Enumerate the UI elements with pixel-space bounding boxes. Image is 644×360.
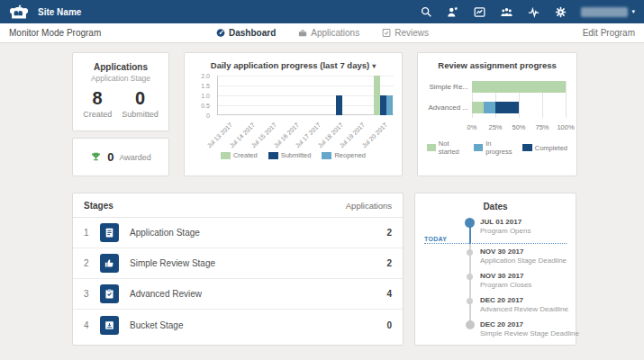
chevron-down-icon: ▾ [631, 8, 635, 15]
y-tick-label: 1.5 [201, 83, 210, 89]
stage-row-advanced-review[interactable]: 3 Advanced Review 4 [73, 279, 403, 310]
site-logo[interactable] [9, 4, 29, 20]
event-label: Program Opens [480, 227, 567, 236]
timeline-event: DEC 20 2017 Simple Review Stage Deadline [424, 320, 567, 345]
review-bar-track [472, 102, 566, 113]
segment-not-started [472, 81, 566, 93]
legend-item-created: Created [221, 151, 258, 159]
x-tick-label: 50% [512, 123, 525, 131]
dates-title: Dates [424, 202, 567, 212]
tabs: Dashboard Applications Reviews [215, 28, 429, 38]
legend-item-completed: Completed [522, 144, 567, 152]
legend-label: Submitted [281, 151, 312, 159]
stage-count: 2 [386, 258, 392, 268]
event-date: JUL 01 2017 [480, 218, 567, 227]
team-icon[interactable] [500, 5, 513, 19]
stages-title: Stages [84, 201, 113, 211]
category-column [373, 76, 395, 115]
tab-dashboard[interactable]: Dashboard [215, 28, 276, 38]
review-row: Simple Re... [427, 81, 567, 93]
legend-swatch [427, 144, 436, 151]
event-label: Application Stage Deadline [480, 256, 567, 266]
review-row: Advanced ... [427, 102, 567, 113]
event-label: Simple Review Stage Deadline [480, 329, 567, 338]
edit-program-link[interactable]: Edit Program [583, 28, 635, 38]
document-icon [100, 223, 119, 242]
top-navbar: Site Name [0, 0, 644, 23]
stage-row-simple-review[interactable]: 2 Simple Review Stage 2 [73, 248, 403, 279]
timeline-event: NOV 30 2017 Program Closes [424, 272, 567, 296]
event-label: Advanced Review Deadline [480, 305, 567, 314]
tab-reviews[interactable]: Reviews [381, 28, 429, 38]
legend-swatch [268, 152, 278, 159]
stat-label: Submitted [122, 110, 159, 119]
daily-xlabels: Jul 13 2017Jul 14 2017Jul 15 2017Jul 16 … [218, 119, 395, 149]
event-label: Program Closes [480, 281, 567, 290]
thumbs-up-icon [100, 254, 119, 273]
daily-ylabels: 00.51.01.52.0 [192, 76, 214, 115]
bar-submitted [380, 95, 386, 115]
timeline-event: DEC 20 2017 Advanced Review Deadline [424, 296, 567, 320]
dates-timeline: JUL 01 2017 Program Opens TODAY NOV 30 2… [424, 218, 567, 342]
x-tick-label: 25% [488, 123, 502, 131]
card-title: Applications [73, 62, 168, 72]
daily-chart-title-dropdown[interactable]: Daily application progress (last 7 days)… [192, 60, 395, 70]
applications-summary-card: Applications Application Stage 8 Created… [72, 52, 169, 131]
x-tick-label: 100% [557, 123, 574, 131]
search-icon[interactable] [419, 5, 432, 19]
user-menu[interactable]: ▾ [581, 7, 635, 17]
stages-card: Stages Applications 1 Application Stage … [72, 193, 404, 346]
legend-label: Reopened [334, 151, 366, 159]
legend-label: Completed [535, 144, 567, 152]
reviewer-icon[interactable] [446, 5, 459, 19]
legend-item-submitted: Submitted [268, 151, 312, 159]
event-date: NOV 30 2017 [480, 248, 567, 256]
category-column [350, 76, 373, 115]
stage-count: 4 [386, 289, 392, 299]
dashboard-content: Applications Application Stage 8 Created… [0, 43, 644, 346]
applications-column-header: Applications [346, 201, 392, 211]
stage-label: Advanced Review [130, 289, 202, 299]
segment-completed [495, 102, 519, 113]
legend-label: Created [233, 151, 258, 159]
card-subtitle: Application Stage [73, 74, 168, 83]
event-date: NOV 30 2017 [480, 272, 567, 281]
x-tick-label: 75% [535, 123, 549, 131]
legend-swatch [322, 152, 331, 159]
category-column [306, 76, 329, 115]
awarded-value: 0 [107, 150, 113, 164]
category-column [285, 76, 307, 115]
timeline-dot-upcoming [467, 249, 473, 256]
stage-row-application-stage[interactable]: 1 Application Stage 2 [73, 218, 403, 248]
segment-not-started [472, 102, 484, 113]
activity-icon[interactable] [527, 5, 540, 19]
review-chart: Simple Re...Advanced ... 0%25%50%75%100% [427, 81, 567, 133]
review-xlabels: 0%25%50%75%100% [472, 122, 566, 133]
trophy-icon [90, 151, 102, 163]
stages-header: Stages Applications [73, 194, 403, 218]
user-name-redacted [581, 7, 628, 17]
timeline-dot-upcoming [467, 274, 473, 280]
navbar-actions: ▾ [419, 5, 635, 19]
clipboard-check-icon [100, 284, 119, 303]
reports-icon[interactable] [473, 5, 486, 19]
stat-label: Created [83, 110, 112, 119]
applications-icon [297, 28, 307, 38]
stat-value: 0 [122, 89, 159, 107]
stage-row-bucket-stage[interactable]: 4 Bucket Stage 0 [73, 310, 403, 340]
stage-number: 3 [84, 289, 93, 299]
bucket-icon [100, 316, 119, 335]
timeline-dot-end [466, 320, 475, 329]
timeline-dot-past [465, 218, 475, 228]
daily-legend: CreatedSubmittedReopened [192, 151, 395, 159]
tab-applications[interactable]: Applications [297, 28, 359, 38]
bar-reopened [386, 95, 393, 115]
settings-icon[interactable] [554, 5, 567, 19]
dashboard-icon [215, 28, 225, 38]
stage-count: 0 [386, 320, 392, 330]
today-marker: TODAY [424, 237, 567, 244]
site-name: Site Name [38, 7, 81, 17]
stage-number: 2 [84, 258, 93, 268]
category-column [218, 76, 240, 115]
stage-count: 2 [386, 228, 392, 238]
